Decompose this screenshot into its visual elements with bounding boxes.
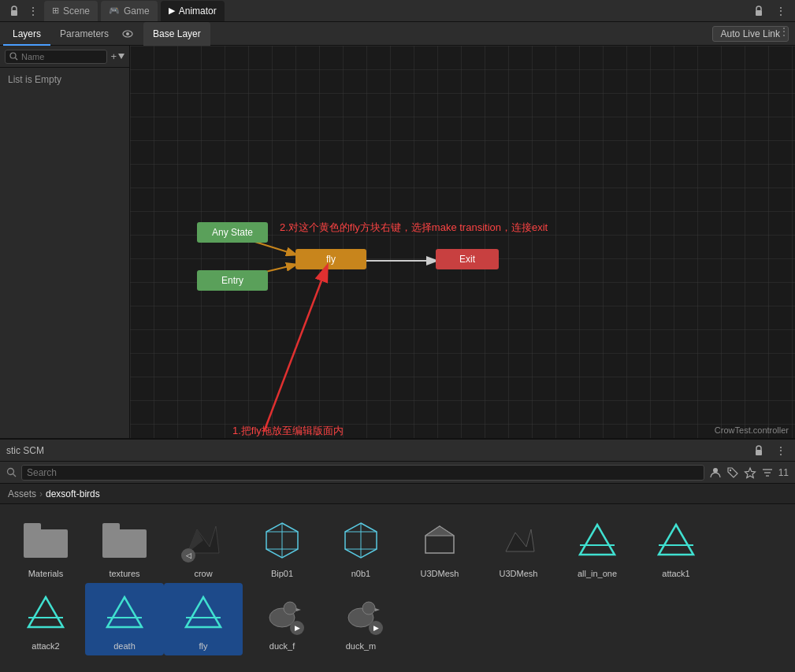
svg-marker-19 bbox=[745, 468, 755, 478]
more-options-icon-right[interactable]: ⋮ bbox=[773, 3, 789, 19]
any-state-node[interactable]: Any State bbox=[197, 222, 268, 243]
box3d-svg bbox=[262, 520, 303, 561]
file-browser-toolbar: 11 bbox=[0, 462, 795, 484]
tab-animator[interactable]: ▶ Animator bbox=[161, 1, 225, 21]
asset-item-u3dmesh2[interactable]: U3DMesh bbox=[479, 510, 558, 583]
left-panel-toolbar: ⋮ + bbox=[0, 46, 129, 68]
top-bar: ⋮ ⊞ Scene 🎮 Game ▶ Animator ⋮ bbox=[0, 0, 795, 22]
asset-item-duck-m[interactable]: ▶ duck_m bbox=[321, 583, 400, 655]
add-button[interactable]: + bbox=[110, 50, 124, 62]
annotation-right-click: 2.对这个黄色的fly方块右键，选择make transition，连接exit bbox=[280, 221, 548, 235]
game-icon: 🎮 bbox=[109, 6, 120, 16]
file-count: 11 bbox=[778, 467, 789, 478]
bottom-toolbar: stic SCM ⋮ bbox=[0, 440, 795, 462]
asset-label-death: death bbox=[113, 641, 136, 651]
tag-icon[interactable] bbox=[726, 466, 739, 479]
asset-item-attack1[interactable]: attack1 bbox=[637, 510, 715, 583]
svg-marker-36 bbox=[580, 525, 615, 555]
folder-icon-textures bbox=[99, 515, 150, 566]
asset-label-u3dmesh1: U3DMesh bbox=[421, 569, 459, 578]
more-options-icon[interactable]: ⋮ bbox=[25, 3, 41, 19]
svg-marker-40 bbox=[28, 597, 63, 627]
tab-game[interactable]: 🎮 Game bbox=[101, 1, 158, 21]
box3d-svg2 bbox=[340, 520, 381, 561]
all-in-one-icon bbox=[572, 515, 622, 566]
crow-controller-label: CrowTest.controller bbox=[715, 425, 789, 435]
asset-item-attack2[interactable]: attack2 bbox=[6, 583, 85, 655]
svg-rect-14 bbox=[756, 450, 762, 455]
asset-label-materials: Materials bbox=[28, 569, 64, 578]
search-input[interactable] bbox=[21, 52, 84, 61]
back-arrow-icon: ◁ bbox=[181, 548, 195, 562]
main-layout: Layers Parameters Base Layer Auto Live L… bbox=[0, 22, 795, 672]
asset-label-crow: crow bbox=[194, 569, 212, 578]
animator-graph[interactable]: 2.对这个黄色的fly方块右键，选择make transition，连接exit… bbox=[130, 46, 795, 438]
asset-label-fly: fly bbox=[199, 641, 208, 651]
exit-state-node[interactable]: Exit bbox=[436, 249, 499, 269]
anim-svg-all bbox=[577, 520, 618, 561]
svg-marker-42 bbox=[107, 597, 142, 627]
lock-icon-right bbox=[751, 3, 767, 19]
asset-label-duck-f: duck_f bbox=[269, 641, 295, 651]
svg-point-50 bbox=[362, 602, 375, 614]
lock-icon-bottom bbox=[751, 443, 767, 459]
svg-rect-0 bbox=[11, 10, 17, 16]
asset-label-textures: textures bbox=[109, 569, 139, 578]
anim-svg-fly bbox=[183, 592, 224, 633]
asset-item-duck-f[interactable]: ▶ duck_f bbox=[243, 583, 321, 655]
animator-icon: ▶ bbox=[169, 6, 175, 16]
asset-label-u3dmesh2: U3DMesh bbox=[500, 569, 538, 578]
folder-shape bbox=[102, 523, 147, 558]
asset-item-u3dmesh1[interactable]: U3DMesh bbox=[400, 510, 479, 583]
animator-content: ⋮ + List is Empty bbox=[0, 46, 795, 438]
tab-group: ⋮ ⊞ Scene 🎮 Game ▶ Animator bbox=[6, 1, 225, 21]
asset-item-bip01[interactable]: Bip01 bbox=[243, 510, 321, 583]
person-icon[interactable] bbox=[709, 466, 722, 479]
left-panel: ⋮ + List is Empty bbox=[0, 46, 130, 438]
asset-item-n0b1[interactable]: n0b1 bbox=[321, 510, 400, 583]
u3dmesh2-icon bbox=[493, 515, 544, 566]
filter-icon[interactable] bbox=[761, 466, 774, 479]
asset-label-all-in-one: all_in_one bbox=[578, 569, 617, 578]
folder-icon-materials bbox=[20, 515, 71, 566]
asset-item-textures[interactable]: textures bbox=[85, 510, 164, 583]
entry-state-node[interactable]: Entry bbox=[197, 270, 268, 291]
svg-point-18 bbox=[729, 469, 730, 470]
asset-label-attack2: attack2 bbox=[32, 641, 59, 651]
tab-parameters[interactable]: Parameters bbox=[50, 22, 118, 46]
base-layer-tab[interactable]: Base Layer bbox=[143, 22, 210, 46]
duck-f-icon: ▶ bbox=[257, 588, 307, 638]
mesh-svg1 bbox=[419, 520, 460, 561]
eye-icon[interactable] bbox=[118, 24, 137, 43]
scene-icon: ⊞ bbox=[52, 6, 59, 16]
tab-layers[interactable]: Layers bbox=[3, 22, 50, 46]
svg-point-3 bbox=[126, 32, 129, 35]
top-bar-right: ⋮ bbox=[751, 3, 789, 19]
asset-item-fly[interactable]: fly bbox=[164, 583, 243, 655]
fly-icon bbox=[178, 588, 228, 638]
svg-marker-38 bbox=[659, 525, 693, 555]
asset-item-crow[interactable]: ◁ crow bbox=[164, 510, 243, 583]
asset-item-materials[interactable]: Materials bbox=[6, 510, 85, 583]
asset-item-death[interactable]: death bbox=[85, 583, 164, 655]
tab-scene[interactable]: ⊞ Scene bbox=[44, 1, 98, 21]
bottom-title: stic SCM bbox=[6, 445, 44, 456]
asset-item-all-in-one[interactable]: all_in_one bbox=[558, 510, 637, 583]
asset-label-bip01: Bip01 bbox=[271, 569, 293, 578]
breadcrumb-assets[interactable]: Assets bbox=[8, 488, 36, 499]
star-icon[interactable] bbox=[744, 466, 756, 479]
asset-label-attack1: attack1 bbox=[662, 569, 689, 578]
animator-panel: Layers Parameters Base Layer Auto Live L… bbox=[0, 22, 795, 440]
play-icon-duck-f: ▶ bbox=[290, 621, 304, 635]
svg-marker-35 bbox=[506, 529, 534, 551]
svg-line-16 bbox=[13, 474, 17, 477]
anim-svg-death bbox=[104, 592, 145, 633]
svg-marker-48 bbox=[296, 608, 301, 611]
more-options-bottom-icon[interactable]: ⋮ bbox=[773, 443, 789, 459]
fly-state-node[interactable]: fly bbox=[295, 249, 366, 269]
file-search-input[interactable] bbox=[21, 465, 704, 481]
folder-shape bbox=[24, 523, 68, 558]
svg-marker-34 bbox=[425, 526, 454, 536]
asset-label-n0b1: n0b1 bbox=[351, 569, 370, 578]
bottom-area: stic SCM ⋮ bbox=[0, 440, 795, 672]
